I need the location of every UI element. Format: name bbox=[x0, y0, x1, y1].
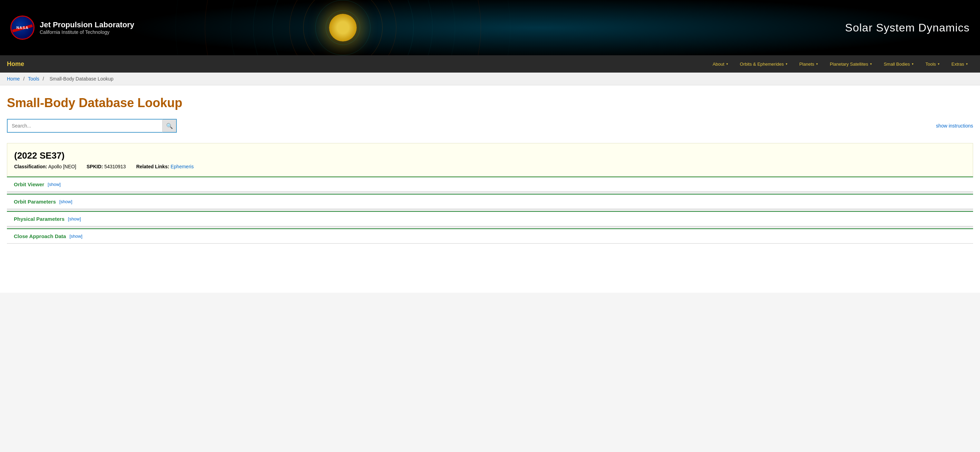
chevron-down-icon: ▼ bbox=[911, 62, 914, 65]
show-instructions-link[interactable]: show instructions bbox=[936, 123, 973, 129]
close-approach-show[interactable]: [show] bbox=[69, 233, 83, 239]
search-row: 🔍 show instructions bbox=[7, 119, 973, 133]
nav-item-about[interactable]: About ▼ bbox=[708, 59, 733, 69]
breadcrumb-separator-1: / bbox=[23, 76, 26, 81]
result-box: (2022 SE37) Classification: Apollo [NEO]… bbox=[7, 143, 973, 177]
chevron-down-icon: ▼ bbox=[870, 62, 872, 65]
orbit-parameters-show[interactable]: [show] bbox=[59, 199, 73, 204]
page-title: Small-Body Database Lookup bbox=[7, 96, 973, 110]
nav-item-small-bodies[interactable]: Small Bodies ▼ bbox=[879, 59, 919, 69]
jpl-subtitle: California Institute of Technology bbox=[40, 29, 134, 35]
nav-items: About ▼ Orbits & Ephemerides ▼ Planets ▼… bbox=[708, 59, 973, 69]
breadcrumb-current: Small-Body Database Lookup bbox=[49, 76, 113, 81]
orbit-viewer-section: Orbit Viewer [show] bbox=[7, 177, 973, 192]
physical-parameters-show[interactable]: [show] bbox=[68, 216, 81, 222]
orbit-viewer-show[interactable]: [show] bbox=[48, 182, 61, 187]
breadcrumb-home[interactable]: Home bbox=[7, 76, 20, 81]
nav-item-orbits[interactable]: Orbits & Ephemerides ▼ bbox=[735, 59, 793, 69]
breadcrumb: Home / Tools / Small-Body Database Looku… bbox=[0, 73, 980, 85]
nav-item-tools[interactable]: Tools ▼ bbox=[921, 59, 945, 69]
jpl-title: Jet Propulsion Laboratory bbox=[40, 21, 134, 29]
breadcrumb-separator-2: / bbox=[43, 76, 46, 81]
nav-item-planets[interactable]: Planets ▼ bbox=[795, 59, 823, 69]
orbit-parameters-section: Orbit Parameters [show] bbox=[7, 194, 973, 209]
logo-area: Jet Propulsion Laboratory California Ins… bbox=[10, 16, 134, 40]
breadcrumb-tools[interactable]: Tools bbox=[28, 76, 39, 81]
nav-item-planetary-satellites[interactable]: Planetary Satellites ▼ bbox=[825, 59, 877, 69]
close-approach-section: Close Approach Data [show] bbox=[7, 228, 973, 244]
chevron-down-icon: ▼ bbox=[726, 62, 729, 65]
related-links-field: Related Links: Ephemeris bbox=[136, 164, 194, 169]
ephemeris-link[interactable]: Ephemeris bbox=[170, 164, 194, 169]
header-background bbox=[0, 0, 980, 55]
chevron-down-icon: ▼ bbox=[937, 62, 940, 65]
nav-item-extras[interactable]: Extras ▼ bbox=[947, 59, 973, 69]
search-button[interactable]: 🔍 bbox=[162, 119, 177, 133]
result-meta: Classification: Apollo [NEO] SPKID: 5431… bbox=[14, 164, 966, 169]
chevron-down-icon: ▼ bbox=[785, 62, 788, 65]
navbar: Home About ▼ Orbits & Ephemerides ▼ Plan… bbox=[0, 55, 980, 73]
site-title: Solar System Dynamics bbox=[845, 21, 970, 34]
search-input[interactable] bbox=[7, 119, 162, 133]
chevron-down-icon: ▼ bbox=[966, 62, 968, 65]
orbit-parameters-label: Orbit Parameters bbox=[14, 199, 56, 204]
nasa-logo bbox=[10, 16, 35, 40]
spkid-field: SPKID: 54310913 bbox=[87, 164, 126, 169]
physical-parameters-label: Physical Parameters bbox=[14, 216, 65, 222]
spkid-label: SPKID: bbox=[87, 164, 103, 169]
spkid-value: 54310913 bbox=[104, 164, 126, 169]
physical-parameters-section: Physical Parameters [show] bbox=[7, 211, 973, 226]
main-content: Small-Body Database Lookup 🔍 show instru… bbox=[0, 85, 980, 293]
site-header: Jet Propulsion Laboratory California Ins… bbox=[0, 0, 980, 55]
orbit-viewer-label: Orbit Viewer bbox=[14, 181, 44, 187]
result-title: (2022 SE37) bbox=[14, 150, 966, 161]
classification-field: Classification: Apollo [NEO] bbox=[14, 164, 76, 169]
chevron-down-icon: ▼ bbox=[816, 62, 818, 65]
related-links-label: Related Links: bbox=[136, 164, 169, 169]
nav-home[interactable]: Home bbox=[7, 61, 24, 68]
jpl-text: Jet Propulsion Laboratory California Ins… bbox=[40, 21, 134, 35]
classification-value: Apollo [NEO] bbox=[48, 164, 76, 169]
search-icon: 🔍 bbox=[166, 123, 173, 129]
classification-label: Classification: bbox=[14, 164, 47, 169]
close-approach-label: Close Approach Data bbox=[14, 233, 66, 239]
